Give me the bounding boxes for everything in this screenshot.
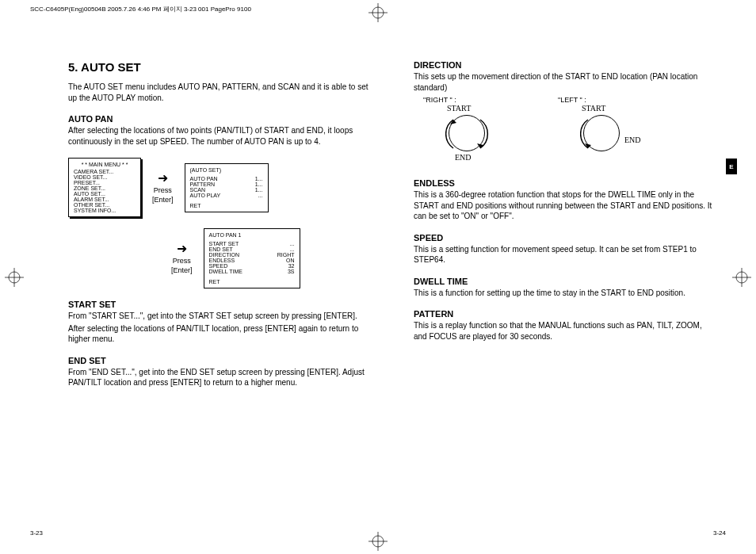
arrow-press-enter: ➜ Press [Enter]	[171, 243, 193, 274]
intro-text: The AUTO SET menu includes AUTO PAN, PAT…	[68, 82, 369, 103]
crop-mark-right	[732, 268, 751, 287]
menu-row-label: SCAN	[190, 187, 205, 193]
menu-row-value: ...	[258, 193, 263, 198]
heading-endless: ENDLESS	[414, 178, 715, 188]
press-label: Press	[173, 257, 191, 265]
left-label: "LEFT " :	[558, 96, 645, 104]
menu-item: AUTO SET...	[74, 191, 136, 197]
dwell-text: This is a function for setting up the ti…	[414, 288, 715, 299]
menu-row-label: AUTO PAN	[190, 176, 218, 181]
arrow-press-enter: ➜ Press [Enter]	[152, 172, 174, 204]
heading-speed: SPEED	[414, 233, 715, 243]
crop-mark-top	[368, 3, 388, 22]
menu-row-value: ON	[286, 258, 295, 263]
heading-auto-pan: AUTO PAN	[68, 114, 369, 124]
speed-text: This is a setting function for movement …	[414, 244, 715, 266]
arrow-right-icon: ➜	[158, 172, 168, 185]
endless-text: This is a 360-degree rotation function t…	[414, 189, 715, 222]
press-label: Press	[154, 186, 172, 194]
start-set-text: From "START SET...", get into the START …	[68, 311, 369, 322]
menu-auto-pan-detail: AUTO PAN 1 START SET... END SET... DIREC…	[204, 228, 300, 288]
menu-main-title: * * MAIN MENU * *	[74, 162, 136, 167]
menu-row-label: DWELL TIME	[209, 269, 242, 274]
heading-dwell-time: DWELL TIME	[414, 277, 715, 286]
direction-diagram-right: START END	[423, 104, 510, 167]
right-label: "RIGHT " :	[423, 96, 510, 104]
menu-ret: RET	[209, 279, 295, 285]
folio-left: 3-23	[30, 529, 43, 537]
menu-row-value: 1...	[255, 181, 263, 187]
menu-item: SYSTEM INFO...	[74, 208, 136, 213]
menu-main: * * MAIN MENU * * CAMERA SET... VIDEO SE…	[68, 158, 141, 217]
menu-row-value: 1...	[255, 176, 263, 181]
direction-diagram-left: START END	[558, 104, 645, 167]
diagram-end-label: END	[624, 136, 641, 144]
menu-row-value: ...	[290, 246, 295, 252]
menu-row-label: SPEED	[209, 263, 228, 269]
print-header: SCC-C6405P(Eng)00504B 2005.7.26 4:46 PM …	[30, 5, 251, 13]
heading-direction: DIRECTION	[414, 60, 715, 70]
arrow-right-icon: ➜	[177, 243, 187, 255]
section-title: 5. AUTO SET	[68, 60, 369, 74]
folio-right: 3-24	[713, 529, 726, 537]
enter-label: [Enter]	[171, 266, 193, 274]
menu-row-label: START SET	[209, 241, 239, 246]
heading-end-set: END SET	[68, 356, 369, 365]
menu-auto-pan-title: AUTO PAN 1	[209, 232, 295, 238]
menu-row-value: 1...	[255, 187, 263, 193]
enter-label: [Enter]	[152, 196, 174, 204]
side-tab: E	[726, 159, 737, 174]
direction-text: This sets up the movement direction of t…	[414, 71, 715, 93]
menu-item: VIDEO SET...	[74, 174, 136, 180]
menu-item: ZONE SET...	[74, 185, 136, 191]
pattern-text: This is a replay function so that the MA…	[414, 320, 715, 342]
auto-pan-text: After selecting the locations of two poi…	[68, 125, 369, 147]
menu-auto-set-title: (AUTO SET)	[190, 167, 263, 173]
crop-mark-bottom	[368, 532, 388, 551]
menu-row-value: ...	[290, 241, 295, 246]
menu-row-label: PATTERN	[190, 181, 216, 187]
crop-mark-left	[5, 268, 24, 287]
menu-item: PRESET...	[74, 180, 136, 185]
menu-row-label: AUTO PLAY	[190, 193, 221, 198]
menu-ret: RET	[190, 203, 263, 208]
menu-item: CAMERA SET...	[74, 169, 136, 174]
menu-row-value: 3S	[288, 269, 295, 274]
menu-item: ALARM SET...	[74, 197, 136, 202]
menu-row-value: 32	[288, 263, 295, 269]
diagram-end-label: END	[455, 153, 472, 162]
start-set-text: After selecting the locations of PAN/TIL…	[68, 323, 369, 345]
heading-pattern: PATTERN	[414, 309, 715, 319]
menu-row-value: RIGHT	[277, 252, 295, 258]
menu-row-label: END SET	[209, 246, 233, 252]
menu-row-label: DIRECTION	[209, 252, 240, 258]
menu-row-label: ENDLESS	[209, 258, 235, 263]
menu-auto-set: (AUTO SET) AUTO PAN1... PATTERN1... SCAN…	[185, 163, 269, 212]
right-column: DIRECTION This sets up the movement dire…	[414, 60, 715, 514]
menu-item: OTHER SET...	[74, 202, 136, 208]
heading-start-set: START SET	[68, 300, 369, 309]
end-set-text: From "END SET...", get into the END SET …	[68, 367, 369, 388]
svg-marker-12	[477, 143, 483, 148]
left-column: 5. AUTO SET The AUTO SET menu includes A…	[68, 60, 369, 514]
